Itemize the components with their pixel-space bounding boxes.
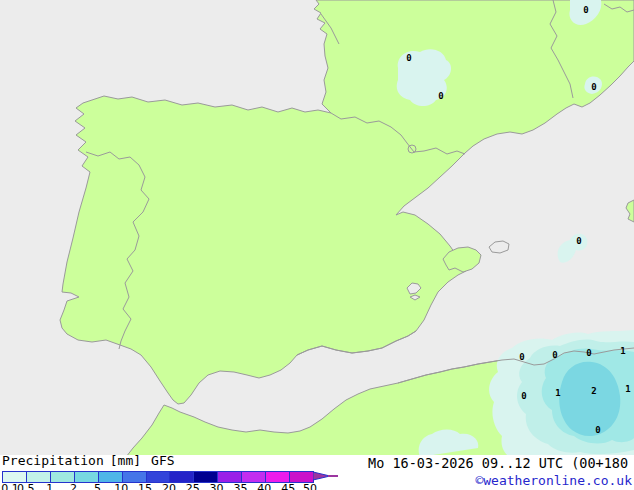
scale-tick: 35 [233, 482, 247, 490]
scale-tick: 45 [281, 482, 295, 490]
precip-value-label: 2 [591, 386, 596, 396]
scale-segment [266, 472, 290, 482]
scale-segment [27, 472, 51, 482]
precipitation-scale: 0.10.5125101520253035404550 [2, 470, 342, 490]
scale-segment [3, 472, 27, 482]
scale-segment [75, 472, 99, 482]
scale-segment [242, 472, 266, 482]
precip-value-label: 0 [586, 348, 591, 358]
scale-segment [123, 472, 147, 482]
scale-segment [194, 472, 218, 482]
precip-value-label: 0 [591, 82, 596, 92]
product-title: Precipitation[mm]GFS [2, 453, 175, 468]
precip-value-label: 1 [625, 384, 630, 394]
precip-value-label: 1 [620, 346, 625, 356]
scale-segment [147, 472, 171, 482]
timestamp: Mo 16-03-2026 09..12 UTC (00+180 [368, 455, 628, 471]
scale-tick: 0.5 [17, 482, 35, 490]
precip-value-label: 0 [583, 5, 588, 15]
product-name: Precipitation [2, 453, 104, 468]
model-name: GFS [151, 453, 174, 468]
scale-segment [99, 472, 123, 482]
scale-tick: 50 [303, 482, 317, 490]
copyright: ©weatheronline.co.uk [475, 473, 632, 488]
scale-tick: 10 [114, 482, 128, 490]
map-area: 00000000101210 [0, 0, 634, 457]
scale-segment [170, 472, 194, 482]
precip-value-label: 0 [576, 236, 581, 246]
scale-tick: 40 [257, 482, 271, 490]
precip-value-label: 0 [406, 53, 411, 63]
precip-value-label: 0 [438, 91, 443, 101]
weather-map-screen: 00000000101210 Precipitation[mm]GFS Mo 1… [0, 0, 634, 490]
scale-tick: 15 [138, 482, 152, 490]
scale-segment [290, 472, 313, 482]
scale-tick: 1 [46, 482, 53, 490]
product-unit: [mm] [110, 453, 141, 468]
precip-value-label: 0 [521, 391, 526, 401]
precip-value-label: 0 [519, 352, 524, 362]
scale-tick: 2 [70, 482, 77, 490]
scale-tick: 30 [210, 482, 224, 490]
scale-tick: 20 [162, 482, 176, 490]
precip-value-label: 0 [595, 425, 600, 435]
scale-tick: 5 [94, 482, 101, 490]
scale-segment [218, 472, 242, 482]
scale-tick-labels: 0.10.5125101520253035404550 [2, 482, 342, 490]
precipitation-map: 00000000101210 [0, 0, 634, 457]
scale-segment [51, 472, 75, 482]
precip-value-label: 0 [552, 350, 557, 360]
precip-value-label: 1 [555, 388, 560, 398]
scale-tick: 25 [186, 482, 200, 490]
